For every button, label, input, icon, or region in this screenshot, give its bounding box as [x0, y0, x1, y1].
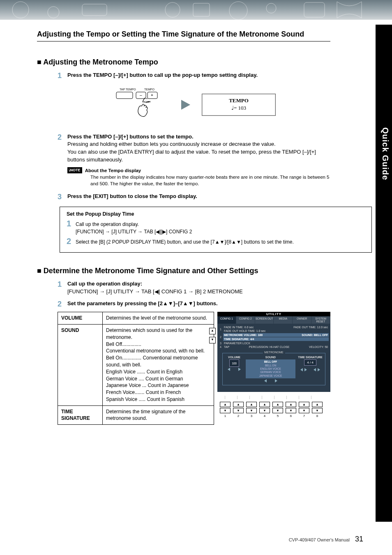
tempo-diagram: TAP TEMPO TEMPO – + RESET TEMPO ♩= 103 — [58, 86, 330, 123]
row1-holdtime: FADE OUT HOLD TIME: 1.0 sec — [224, 329, 265, 332]
sound-list-item: GERMAN VOICE — [247, 371, 295, 374]
row2-sound: SOUND: BELL OFF — [302, 334, 328, 336]
tab-sysreset[interactable]: SYSTEM RESET — [311, 316, 330, 324]
sound-list-item: BELL ON — [247, 364, 295, 367]
tempo-buttons-illustration: TAP TEMPO TEMPO – + RESET — [112, 86, 170, 123]
sound-opt-bellon-k: Bell On.............. — [106, 355, 141, 361]
row2-vol: METRONOME VOLUME: 100 — [224, 334, 263, 336]
panel-button-2[interactable]: ▲ ▼ 2 — [233, 402, 244, 418]
sound-opt-de-v: Count in German — [145, 376, 183, 382]
metronome-group-title: METRONOME — [263, 351, 285, 354]
b-button[interactable]: ▼ — [209, 337, 216, 343]
section-a-title: ■ Adjusting the Metronome Tempo — [37, 58, 330, 67]
down-icon[interactable]: ▼ — [312, 408, 323, 413]
panel-button-num: 2 — [238, 414, 239, 418]
down-icon[interactable]: ▼ — [272, 408, 283, 413]
up-icon[interactable]: ▲ — [246, 402, 257, 407]
step-num-3: 3 — [58, 193, 67, 202]
param-sound-intro: Determines which sound is used for the m… — [106, 327, 192, 340]
button-connector-dots — [220, 393, 330, 399]
row1-fadeout: FADE OUT TIME: 12.0 sec — [293, 326, 328, 329]
panel-button-6[interactable]: ▲ ▼ 6 — [286, 402, 296, 418]
sound-opt-en-k: English Voice ...... — [106, 369, 145, 375]
step-num-b2: 2 — [58, 300, 67, 309]
tab-screenout[interactable]: SCREEN OUT — [255, 316, 274, 324]
popup-box-title: Set the Popup Display Time — [67, 211, 365, 217]
ts-arrow-r[interactable] — [313, 368, 321, 371]
row2-ts: TIME SIGNATURE: 4/4 — [224, 338, 254, 341]
up-icon[interactable]: ▲ — [259, 402, 270, 407]
step-a2-title: Press the TEMPO [–]/[+] buttons to set t… — [67, 134, 194, 140]
up-icon[interactable]: ▲ — [272, 402, 283, 407]
met-volume-value[interactable]: 100 — [229, 359, 239, 367]
note-badge: 𝅘𝅥 NOTE — [67, 167, 82, 173]
up-icon[interactable]: ▲ — [312, 402, 323, 407]
sound-opt-es-k: Spanish Voice ..... — [106, 396, 145, 402]
sound-opt-ja-k: Japanese Voice ... — [106, 382, 146, 388]
up-icon[interactable]: ▲ — [233, 402, 244, 407]
step-num-b1: 1 — [58, 280, 67, 289]
sound-list-item: JAPANESE VOICE — [247, 374, 295, 378]
tab-config1[interactable]: CONFIG 1 — [217, 316, 236, 324]
param-desc-ts: Determines the time signature of the met… — [103, 405, 214, 425]
down-icon[interactable]: ▼ — [246, 408, 257, 413]
panel-button-8[interactable]: ▲ ▼ 8 — [312, 402, 323, 418]
popup-step2-text: Select the [B] (2 POPUP DISPLAY TIME) bu… — [76, 239, 294, 245]
step-a2-text2: You can also use the [DATA ENTRY] dial t… — [67, 149, 316, 163]
svg-point-6 — [266, 3, 276, 13]
down-icon[interactable]: ▼ — [220, 408, 231, 413]
panel-button-num: 5 — [277, 414, 279, 418]
utility-title: UTILITY — [217, 312, 330, 316]
panel-button-num: 1 — [224, 414, 226, 418]
sound-opt-es-v: Count in Spanish — [147, 396, 184, 402]
up-icon[interactable]: ▲ — [299, 402, 309, 407]
popup-step-num-2: 2 — [67, 237, 76, 245]
popup-step-num-1: 1 — [67, 219, 76, 228]
popup-display-time-box: Set the Popup Display Time 1 Call up the… — [60, 207, 372, 253]
step-b2: 2 Set the parameters by pressing the [2▲… — [58, 300, 330, 309]
a-button[interactable]: ▲ — [209, 328, 216, 334]
row4-perc: PERCUSSION: HI-HAT CLOSE — [249, 345, 290, 348]
sound-opt-en-v: Count in English — [147, 369, 182, 375]
down-icon[interactable]: ▼ — [299, 408, 309, 413]
up-icon[interactable]: ▲ — [220, 402, 231, 407]
step-num-2: 2 — [58, 133, 67, 142]
arrow-icon — [181, 100, 190, 110]
met-sound-list[interactable]: BELL OFF BELL ON ENGLISH VOICE GERMAN VO… — [246, 359, 295, 378]
down-icon[interactable]: ▼ — [259, 408, 270, 413]
param-desc-volume: Determines the level of the metronome so… — [103, 312, 214, 325]
panel-button-5[interactable]: ▲ ▼ 5 — [272, 402, 283, 418]
panel-button-3[interactable]: ▲ ▼ 3 — [246, 402, 257, 418]
panel-button-4[interactable]: ▲ ▼ 4 — [259, 402, 270, 418]
footer-text: CVP-409/407 Owner's Manual — [289, 537, 350, 542]
tab-owner[interactable]: OWNER — [293, 316, 311, 324]
down-icon[interactable]: ▼ — [233, 408, 244, 413]
svg-text:+: + — [151, 93, 153, 97]
sound-opt-ja-v: Count in Japanese — [148, 382, 189, 388]
ts-arrow-l[interactable] — [300, 368, 308, 371]
page-title: Adjusting the Tempo or Setting the Time … — [37, 30, 330, 41]
tab-media[interactable]: MEDIA — [274, 316, 293, 324]
step-b1-path: [FUNCTION] → [J] UTILITY → TAB [◀] CONFI… — [67, 288, 243, 295]
panel-button-1[interactable]: ▲ ▼ 1 — [220, 402, 231, 418]
popup-step1-text: Call up the operation display. — [76, 221, 139, 227]
sound-opt-fr-v: Count in French — [146, 389, 181, 395]
tempo-popup-display: TEMPO ♩= 103 — [202, 94, 276, 116]
tab-config2[interactable]: CONFIG 2 — [236, 316, 255, 324]
step-b2-title: Set the parameters by pressing the [2▲▼]… — [67, 300, 218, 306]
tempo-popup-value: ♩= 103 — [204, 105, 274, 111]
down-icon[interactable]: ▼ — [286, 408, 296, 413]
up-icon[interactable]: ▲ — [286, 402, 296, 407]
note-block: 𝅘𝅥 NOTE About the Tempo display The numb… — [67, 167, 330, 187]
step-b1-title: Call up the operation display: — [67, 281, 142, 287]
met-sound-arrows[interactable] — [263, 379, 278, 382]
sound-opt-fr-k: French Voice....... — [106, 389, 144, 395]
met-ts-title: TIME SIGNATURE — [298, 356, 323, 359]
met-sound-title: SOUND — [246, 356, 295, 359]
note-body: The number in the display indicates how … — [90, 174, 330, 187]
svg-point-1 — [48, 7, 59, 18]
step-num-1: 1 — [58, 71, 67, 81]
met-volume-arrows[interactable] — [227, 368, 242, 371]
panel-button-7[interactable]: ▲ ▼ 7 — [299, 402, 309, 418]
met-ts-value[interactable]: 4 / 4 — [304, 359, 316, 366]
